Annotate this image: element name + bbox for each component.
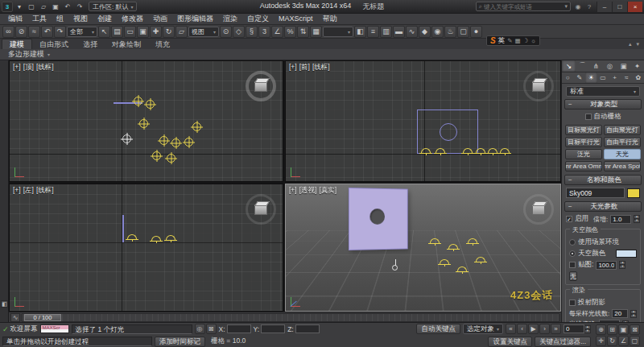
percent-snap-icon[interactable]: % ▾ [284,26,296,38]
light-type-dropdown[interactable]: 标准 ▾ [566,86,640,97]
ribbon-tab[interactable]: 建模 [2,39,32,49]
ribbon-tab[interactable]: 对象绘制 [105,39,148,49]
schematic-view-icon[interactable]: ◆ ▾ [419,26,431,38]
spinner[interactable]: ▴▾ [630,310,637,318]
light-gizmo[interactable] [122,134,131,143]
keyboard-override-icon[interactable]: § ▾ [246,26,258,38]
motion-tab[interactable]: ◎ [603,60,617,72]
viewcube[interactable] [246,194,276,225]
help-icon[interactable]: ? [584,2,594,11]
material-editor-icon[interactable]: ◉ ▾ [431,26,444,38]
viewport-plus-menu[interactable]: [+] [289,63,297,71]
rendered-frame-icon[interactable]: ▢ ▾ [457,26,469,38]
light-gizmo[interactable] [476,257,485,262]
pan-icon[interactable]: ✛ [596,336,606,346]
viewport-view-menu[interactable]: [左] [23,186,34,194]
field-of-view-icon[interactable]: ∠ [618,336,629,346]
viewport-label[interactable]: [+][左][线框] [13,186,56,196]
rollout-name-and-color[interactable]: − 名称和颜色 [564,175,642,185]
save-file-icon[interactable]: ▣ [50,2,61,12]
select-and-manipulate-icon[interactable]: ◇ ▾ [233,26,245,38]
light-gizmo[interactable] [468,238,477,243]
welcome-screen-toggle[interactable]: ✓ 欢迎屏幕 [2,324,38,334]
x-coordinate-input[interactable] [227,324,251,333]
viewport-top[interactable]: [+][顶][线框] [9,60,283,182]
new-scene-icon[interactable]: ▢ [26,2,37,12]
viewport-layout-tabs-icon[interactable]: ◧ [1,300,8,308]
menu-item[interactable]: 动画 [148,14,172,24]
sky-color-swatch[interactable] [616,250,637,258]
light-gizmo[interactable] [476,148,485,153]
ribbon-options-icon[interactable]: ▾ [636,41,639,48]
light-gizmo[interactable] [457,266,467,271]
go-to-end-icon[interactable]: » [551,324,561,334]
rollout-skylight-parameters[interactable]: − 天光参数 [564,201,642,212]
zoom-icon[interactable]: ⊕ [596,324,606,335]
select-and-rotate-icon[interactable]: ↻ ▾ [163,26,175,38]
lights-category[interactable]: ☀ [585,72,597,83]
render-production-icon[interactable]: ● ▾ [470,26,482,38]
viewcube[interactable] [523,71,554,101]
light-gizmo[interactable] [167,154,175,163]
ribbon-tab[interactable]: 自由形式 [32,39,76,49]
map-checkbox[interactable]: ✓ [569,262,576,268]
light-gizmo[interactable] [146,100,155,109]
ribbon-panel-polygon-modeling[interactable]: 多边形建模 ▾ [0,49,644,60]
ribbon-toggle-icon[interactable]: ▬ ▾ [393,26,405,38]
light-gizmo[interactable] [171,138,180,147]
modify-tab[interactable]: ⌒ [576,60,589,72]
bind-to-space-warp-icon[interactable]: ≈ ▾ [28,26,40,38]
menu-item[interactable]: 组 [52,14,68,24]
minimize-button[interactable]: – [597,2,612,12]
community-icon[interactable]: ◉ [573,2,583,11]
spinner[interactable]: ▴▾ [634,215,640,223]
create-tab[interactable]: ↘ [562,60,576,72]
light-type-button[interactable]: 目标平行光 [565,137,602,147]
window-crossing-icon[interactable]: ▣ ▾ [137,26,149,38]
light-type-button[interactable]: mr Area Omni [565,161,602,171]
light-type-button[interactable]: 自由平行光 [604,137,641,147]
light-gizmo[interactable] [192,122,201,131]
workspace-dropdown[interactable]: 工作区: 默认 ▾ [89,2,137,11]
ribbon-minimize-icon[interactable]: ▴ [629,41,632,48]
menu-item[interactable]: 创建 [93,14,117,24]
menu-item[interactable]: 帮助 [318,14,342,24]
play-icon[interactable]: ▶ [528,324,539,334]
select-by-name-icon[interactable]: ▤ ▾ [111,26,123,38]
lock-selection-icon[interactable]: ⊠ [206,324,217,334]
zoom-extents-icon[interactable]: ▣ [618,324,629,335]
named-selection-dropdown[interactable]: ▾ [323,27,353,37]
open-file-icon[interactable]: ▱ [38,2,49,12]
light-type-button[interactable]: 泛光 [565,149,602,159]
viewport-label[interactable]: [+][顶][线框] [13,63,56,72]
viewport-shading-menu[interactable]: [线框] [36,63,54,71]
hierarchy-tab[interactable]: ⋔ [589,60,603,72]
cameras-category[interactable]: ▭ [597,72,609,83]
light-gizmo[interactable] [463,148,473,153]
viewcube[interactable] [246,71,276,101]
app-menu-caret-icon[interactable]: ▾ [14,2,25,12]
time-slider-handle[interactable]: 0 / 100 [24,314,61,321]
z-coordinate-input[interactable] [295,324,320,333]
helpers-category[interactable]: + [609,72,621,83]
mirror-icon[interactable]: ◧ ▾ [354,26,366,38]
light-gizmo[interactable] [166,235,175,240]
zoom-all-icon[interactable]: ⊞ [607,324,617,335]
sky-color-radio[interactable] [569,250,576,257]
light-type-button[interactable]: 天光 [604,149,641,159]
viewport-label[interactable]: [+][透视][真实] [289,186,339,196]
rollout-object-type[interactable]: − 对象类型 [564,99,642,109]
selection-filter-dropdown[interactable]: 全部 ▾ [67,27,97,37]
utilities-tab[interactable]: ✦ [630,60,644,72]
map-none-button[interactable]: 无 [569,271,577,281]
ribbon-tab[interactable]: 选择 [76,39,105,49]
select-object-icon[interactable]: ↖ ▾ [98,26,110,38]
named-selection-sets-icon[interactable]: ▦ ▾ [310,26,322,38]
pen-icon[interactable]: ✎ [507,37,512,44]
light-gizmo[interactable] [436,148,445,153]
unlink-selection-icon[interactable]: ⊘ ▾ [15,26,27,38]
viewport-view-menu[interactable]: [透视] [299,186,317,194]
undo-icon[interactable]: ↶ [62,2,73,12]
maximize-viewport-toggle-icon[interactable]: ▢ [630,336,640,346]
go-to-start-icon[interactable]: « [506,324,516,334]
